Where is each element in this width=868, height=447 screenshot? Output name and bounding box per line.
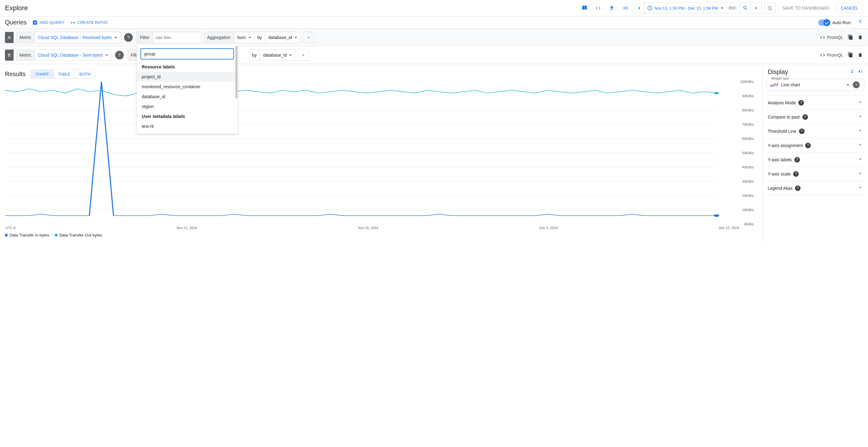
queries-title: Queries xyxy=(5,19,27,26)
chevron-down-icon xyxy=(858,128,863,135)
page-title: Explore xyxy=(5,4,28,12)
tab-both[interactable]: BOTH xyxy=(75,70,95,78)
chevron-down-icon xyxy=(721,7,723,9)
delete-query-a-icon[interactable] xyxy=(858,34,863,41)
filter-dropdown: group Resource labels project_id monitor… xyxy=(137,44,238,134)
dropdown-opt-project-id[interactable]: project_id xyxy=(137,72,238,82)
agg-by-value-b[interactable]: database_id xyxy=(260,53,294,58)
y-tick: 40KiB/s xyxy=(742,165,754,169)
time-range-button[interactable]: Nov 13, 1:59 PM - Dec 13, 1:59 PM PST xyxy=(645,3,741,13)
help-icon[interactable]: ? xyxy=(802,114,808,120)
agg-by-value-a[interactable]: database_id xyxy=(265,35,300,40)
sync-off-icon[interactable] xyxy=(764,2,775,13)
x-tick: Nov 21, 2024 xyxy=(177,226,197,230)
time-prev-button[interactable] xyxy=(634,3,645,13)
download-icon[interactable] xyxy=(606,2,617,13)
y-axis-labels: 0KiB/s10KiB/s20KiB/s30KiB/s40KiB/s50KiB/… xyxy=(738,82,754,224)
timezone-chip: PST xyxy=(727,6,737,10)
metric-label: Metric xyxy=(17,32,35,43)
dropdown-section-resource: Resource labels xyxy=(137,62,238,72)
chevron-down-icon xyxy=(847,84,849,86)
chat-icon[interactable] xyxy=(579,2,590,13)
accordion-item[interactable]: Y-axis scale? xyxy=(767,167,864,181)
results-view-toggle: CHART TABLE BOTH xyxy=(31,70,95,79)
x-left-label: UTC-8 xyxy=(6,226,16,230)
help-icon[interactable]: ? xyxy=(799,128,805,134)
dropdown-section-user: User metadata labels xyxy=(137,112,238,121)
help-icon[interactable]: ? xyxy=(798,100,804,106)
sort-icon[interactable] xyxy=(849,69,855,75)
legend-item-b[interactable]: Data Transfer Out bytes xyxy=(55,233,102,237)
chevron-down-icon xyxy=(858,142,863,149)
expand-panel-icon[interactable] xyxy=(858,69,863,75)
dropdown-opt-test-rk[interactable]: test-rk xyxy=(137,121,238,131)
chevron-down-icon xyxy=(858,171,863,177)
x-tick: Dec 12, 2024 xyxy=(719,226,739,230)
chevron-down-icon xyxy=(858,185,863,191)
y-tick: 100KiB/s xyxy=(740,80,754,84)
code-icon[interactable] xyxy=(593,2,604,13)
results-panel: Results CHART TABLE BOTH 0KiB/s10KiB/s20… xyxy=(0,64,763,244)
aggregation-b: by database_id xyxy=(249,50,295,61)
metric-selector-b: Metric Cloud SQL Database - Sent bytes xyxy=(16,50,112,61)
add-groupby-a-button[interactable]: ＋ xyxy=(303,32,314,43)
accordion-item[interactable]: Compare to past? xyxy=(767,110,864,124)
line-chart xyxy=(5,82,757,224)
dropdown-search-value[interactable]: group xyxy=(141,48,234,59)
help-icon[interactable]: ? xyxy=(805,143,811,148)
accordion-item[interactable]: Threshold Line? xyxy=(767,124,864,138)
chart-legend: Data Transfer In bytes Data Transfer Out… xyxy=(5,232,757,239)
add-groupby-b-button[interactable]: ＋ xyxy=(298,50,309,61)
time-next-button[interactable] xyxy=(751,3,762,13)
add-query-button[interactable]: ADD QUERY xyxy=(32,20,64,25)
help-icon[interactable]: ? xyxy=(115,51,124,59)
collapse-queries-icon[interactable] xyxy=(858,19,863,26)
dropdown-opt-database-id[interactable]: database_id xyxy=(137,92,238,101)
query-row-b: B Metric Cloud SQL Database - Sent bytes… xyxy=(0,47,868,64)
help-icon[interactable]: ? xyxy=(853,82,860,88)
widget-type-label: Widget type xyxy=(770,77,790,80)
svg-rect-14 xyxy=(714,92,718,94)
legend-item-a[interactable]: Data Transfer In bytes xyxy=(5,233,49,237)
metric-value-b[interactable]: Cloud SQL Database - Sent bytes xyxy=(35,53,111,58)
delete-query-b-icon[interactable] xyxy=(858,52,863,59)
save-to-dashboard-button[interactable]: SAVE TO DASHBOARD xyxy=(778,3,834,13)
link-icon[interactable] xyxy=(620,2,631,13)
tab-chart[interactable]: CHART xyxy=(31,70,54,78)
help-icon[interactable]: ? xyxy=(795,185,801,191)
help-icon[interactable]: ? xyxy=(794,157,800,162)
aggregation-a: Aggregation Sum by database_id xyxy=(204,32,300,43)
dropdown-opt-region[interactable]: region xyxy=(137,101,238,112)
tab-table[interactable]: TABLE xyxy=(54,70,75,78)
widget-type-select[interactable]: Widget type Line chart ? xyxy=(767,79,864,91)
promql-a-button[interactable]: PromQL xyxy=(820,35,843,40)
metric-value-a[interactable]: Cloud SQL Database - Received bytes xyxy=(35,35,120,40)
auto-run-toggle[interactable] xyxy=(818,20,830,26)
chevron-down-icon xyxy=(858,99,863,106)
accordion-item[interactable]: Analysis Mode? xyxy=(767,96,864,110)
create-ratio-button[interactable]: CREATE RATIO xyxy=(70,20,108,25)
help-icon[interactable]: ? xyxy=(793,171,799,177)
copy-query-a-icon[interactable] xyxy=(847,34,853,41)
chevron-down-icon xyxy=(105,55,108,56)
y-tick: 50KiB/s xyxy=(742,151,754,155)
y-tick: 90KiB/s xyxy=(742,94,754,98)
widget-type-value: Line chart xyxy=(781,82,800,87)
results-title: Results xyxy=(5,70,26,78)
y-tick: 80KiB/s xyxy=(742,108,754,112)
time-search-button[interactable] xyxy=(740,3,751,13)
accordion-item[interactable]: Y-axis labels? xyxy=(767,153,864,167)
copy-query-b-icon[interactable] xyxy=(847,52,853,59)
agg-value-a[interactable]: Sum xyxy=(234,35,254,40)
dropdown-opt-mrc[interactable]: monitored_resource_container xyxy=(137,82,238,92)
agg-by-label: by xyxy=(254,32,266,43)
accordion-item[interactable]: Y-axis assignment? xyxy=(767,138,864,153)
query-row-a: A Metric Cloud SQL Database - Received b… xyxy=(0,29,868,47)
filter-input-a[interactable] xyxy=(153,35,201,40)
help-icon[interactable]: ? xyxy=(124,33,133,42)
y-tick: 20KiB/s xyxy=(742,194,754,198)
accordion-item[interactable]: Legend Alias? xyxy=(767,181,864,195)
dropdown-scrollbar[interactable] xyxy=(236,46,237,98)
promql-b-button[interactable]: PromQL xyxy=(820,52,843,58)
cancel-button[interactable]: CANCEL xyxy=(836,3,863,13)
